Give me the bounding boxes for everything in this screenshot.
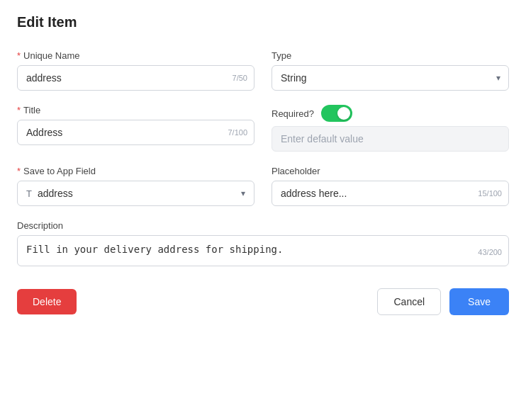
title-group: * Title 7/100 — [17, 105, 254, 152]
required-star-title: * — [17, 105, 21, 115]
description-input[interactable]: Fill in your delivery address for shippi… — [17, 235, 509, 266]
type-group: Type String Number Boolean Date ▾ — [272, 50, 509, 91]
save-to-field-select[interactable]: T address ▾ — [17, 181, 254, 206]
default-value-input[interactable] — [272, 126, 509, 152]
placeholder-char-count: 15/100 — [478, 189, 502, 198]
toggle-track-container[interactable] — [321, 105, 352, 122]
save-to-field-value: address — [38, 188, 241, 199]
required-group: Required? — [272, 105, 509, 152]
placeholder-input-wrapper: 15/100 — [272, 181, 509, 206]
description-label: Description — [17, 220, 509, 231]
unique-name-input[interactable] — [17, 65, 254, 91]
placeholder-label: Placeholder — [272, 166, 509, 176]
required-toggle[interactable] — [321, 105, 352, 122]
footer: Delete Cancel Save — [17, 288, 509, 315]
save-button[interactable]: Save — [449, 288, 509, 315]
page-title: Edit Item — [17, 14, 509, 30]
form: * Unique Name 7/50 Type String Number Bo… — [17, 50, 509, 268]
unique-name-group: * Unique Name 7/50 — [17, 50, 254, 91]
unique-name-input-wrapper: 7/50 — [17, 65, 254, 91]
required-star-unique-name: * — [17, 50, 21, 61]
type-select-wrapper: String Number Boolean Date ▾ — [272, 65, 509, 91]
type-select[interactable]: String Number Boolean Date — [272, 65, 509, 91]
save-to-app-field-group: * Save to App Field T address ▾ — [17, 166, 254, 206]
save-to-field-chevron-icon: ▾ — [241, 188, 245, 198]
title-input[interactable] — [17, 120, 254, 145]
description-group: Description Fill in your delivery addres… — [17, 220, 509, 268]
description-input-wrapper: Fill in your delivery address for shippi… — [17, 235, 509, 268]
cancel-button[interactable]: Cancel — [377, 288, 441, 315]
required-row: Required? — [272, 105, 509, 122]
placeholder-group: Placeholder 15/100 — [272, 166, 509, 206]
type-label: Type — [272, 50, 509, 61]
default-value-wrapper — [272, 126, 509, 152]
toggle-thumb — [337, 107, 350, 120]
required-label: Required? — [272, 108, 314, 119]
placeholder-input[interactable] — [272, 181, 509, 206]
description-char-count: 43/200 — [478, 248, 502, 256]
save-to-app-field-label: * Save to App Field — [17, 166, 254, 176]
footer-right-buttons: Cancel Save — [377, 288, 509, 315]
delete-button[interactable]: Delete — [17, 289, 77, 314]
title-input-wrapper: 7/100 — [17, 120, 254, 145]
title-char-count: 7/100 — [228, 128, 247, 137]
title-label: * Title — [17, 105, 254, 115]
unique-name-label: * Unique Name — [17, 50, 254, 61]
unique-name-char-count: 7/50 — [233, 74, 247, 82]
field-type-icon: T — [26, 188, 32, 199]
required-star-save: * — [17, 166, 21, 176]
